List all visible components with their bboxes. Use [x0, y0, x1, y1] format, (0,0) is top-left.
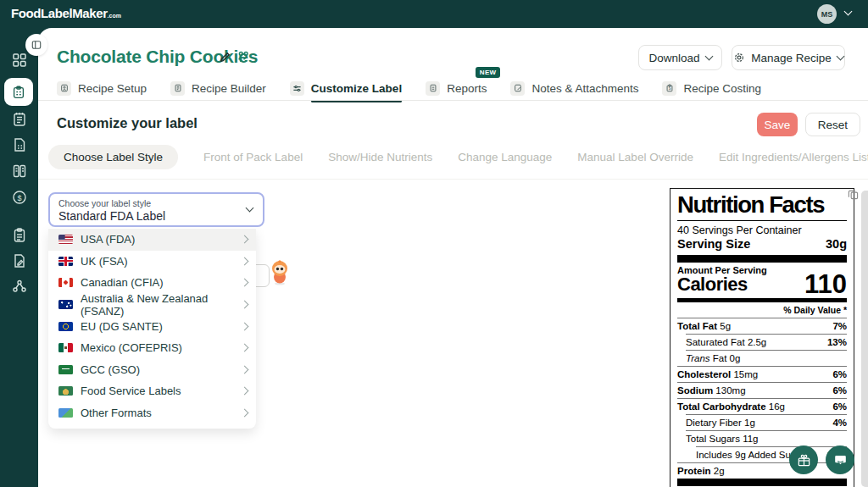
label-style-menu: USA (FDA)UK (FSA)Canadian (CFIA)Australi…: [48, 228, 256, 429]
tab-label: Recipe Builder: [192, 82, 266, 95]
tab-reports[interactable]: Reports NEW: [426, 75, 487, 101]
subtab-choose-label-style[interactable]: Choose Label Style: [48, 145, 178, 169]
clipboard-recipe-icon: [11, 85, 26, 100]
clipboard-list-icon[interactable]: [11, 227, 28, 244]
chevron-right-icon: [241, 344, 249, 352]
option-label: Other Formats: [81, 407, 242, 419]
divider-bar: [677, 479, 847, 486]
main-content: Chocolate Chip Cookies Download Manage R…: [38, 28, 868, 487]
option-label: Canadian (CFIA): [81, 276, 242, 289]
document-edit-icon[interactable]: [11, 252, 28, 269]
tab-recipe-costing[interactable]: $ Recipe Costing: [662, 75, 761, 101]
tab-customize-label[interactable]: Customize Label: [290, 75, 402, 101]
tab-notes-attachments[interactable]: Notes & Attachments: [510, 75, 638, 101]
copy-label-icon[interactable]: [848, 189, 859, 200]
label-style-option-uk-fsa[interactable]: UK (FSA): [48, 251, 256, 273]
calories-row: Calories 110: [677, 274, 847, 298]
chat-button[interactable]: [826, 445, 854, 474]
integrations-nodes-icon[interactable]: [11, 279, 28, 296]
nutrition-row: Cholesterol 15mg6%: [677, 366, 847, 382]
servings-per-container: 40 Servings Per Container: [677, 224, 847, 236]
library-icon[interactable]: [11, 163, 28, 180]
subtab-show-hide-nutrients[interactable]: Show/Hide Nutrients: [328, 151, 432, 163]
nutrition-row: Protein 2g: [677, 462, 847, 479]
label-style-option-mexico-cofepris[interactable]: Mexico (COFEPRIS): [48, 337, 256, 359]
chevron-right-icon: [241, 235, 249, 244]
label-style-option-eu-dg-sante[interactable]: EU (DG SANTE): [48, 315, 256, 337]
svg-text:$: $: [17, 194, 21, 202]
usa-flag-icon: [58, 235, 73, 244]
label-style-select[interactable]: Choose your label style Standard FDA Lab…: [48, 192, 264, 227]
reset-button[interactable]: Reset: [805, 113, 860, 136]
nutrition-rows: Total Fat 5g7%Saturated Fat 2.5g13%Trans…: [677, 318, 847, 479]
option-label: Food Service Labels: [81, 385, 242, 397]
option-label: USA (FDA): [81, 233, 242, 246]
tab-recipe-builder[interactable]: Recipe Builder: [170, 75, 266, 101]
chevron-right-icon: [241, 387, 249, 396]
sidebar-collapse-button[interactable]: [25, 34, 47, 56]
dollar-icon[interactable]: $: [11, 189, 28, 206]
manage-recipe-label: Manage Recipe: [751, 52, 832, 64]
sidebar-item-recipes-active[interactable]: [4, 78, 33, 106]
top-bar: FoodLabelMaker.com MS: [0, 0, 868, 28]
brand-logo[interactable]: FoodLabelMaker.com: [11, 6, 121, 20]
gcc-flag-icon: [58, 365, 73, 374]
tab-label: Reports: [447, 82, 487, 95]
label-style-option-gcc-gso[interactable]: GCC (GSO): [48, 359, 256, 381]
divider-bar: [677, 255, 847, 263]
subtabs-divider: [38, 179, 868, 180]
customize-subtabs: Choose Label Style Front of Pack Label S…: [48, 144, 868, 169]
section-heading: Customize your label: [57, 115, 198, 131]
chat-icon: [833, 453, 848, 468]
other-flag-icon: [58, 408, 73, 418]
save-button[interactable]: Save: [757, 113, 798, 136]
subtab-change-language[interactable]: Change Language: [458, 151, 552, 163]
tab-label: Notes & Attachments: [531, 82, 638, 95]
dashboard-grid-icon[interactable]: [11, 52, 28, 69]
label-style-option-australia-nz-fsanz[interactable]: Australia & New Zealanad (FSANZ): [48, 294, 256, 316]
serving-size-label: Serving Size: [677, 237, 750, 251]
edit-title-pencil-icon[interactable]: [219, 51, 231, 64]
option-label: EU (DG SANTE): [81, 320, 242, 333]
download-button[interactable]: Download: [638, 45, 722, 70]
tabs-divider: [38, 100, 868, 101]
nutrition-row: Sodium 130mg6%: [677, 382, 847, 398]
nutrition-row: Includes 9g Added Sugars18%: [696, 446, 847, 462]
reports-icon: [426, 81, 440, 96]
label-style-option-other-formats[interactable]: Other Formats: [48, 402, 256, 424]
recipe-setup-icon: [57, 81, 71, 96]
manage-recipe-button[interactable]: Manage Recipe: [732, 45, 845, 70]
subtab-edit-ingredients[interactable]: Edit Ingredients/Allergens List: [719, 151, 868, 163]
reset-label: Reset: [818, 119, 848, 131]
avatar[interactable]: MS: [817, 4, 837, 24]
share-users-icon[interactable]: [236, 49, 251, 64]
manage-chevron-down-icon: [836, 53, 844, 61]
recipe-costing-icon: $: [662, 81, 676, 96]
chevron-right-icon: [241, 322, 249, 330]
nutrition-row: Saturated Fat 2.5g13%: [686, 334, 847, 350]
subtab-front-of-pack[interactable]: Front of Pack Label: [203, 151, 303, 163]
account-chevron-down-icon[interactable]: [844, 8, 853, 16]
rewards-button[interactable]: [789, 445, 818, 474]
label-style-option-usa-fda[interactable]: USA (FDA): [48, 229, 256, 251]
daily-value-header: % Daily Value *: [677, 302, 847, 318]
label-style-option-food-service-labels[interactable]: Food Service Labels: [48, 380, 256, 402]
chevron-right-icon: [241, 279, 249, 287]
subtab-manual-override[interactable]: Manual Label Override: [577, 151, 693, 163]
nutrition-facts-panel: Nutrition Facts 40 Servings Per Containe…: [670, 188, 854, 487]
label-style-option-canadian-cfia[interactable]: Canadian (CFIA): [48, 272, 256, 294]
tab-label: Recipe Setup: [78, 82, 147, 95]
tab-recipe-setup[interactable]: Recipe Setup: [57, 75, 147, 101]
nutrition-title: Nutrition Facts: [677, 193, 847, 221]
mexico-flag-icon: [58, 343, 73, 352]
chevron-right-icon: [241, 409, 249, 418]
recipe-tabs: Recipe Setup Recipe Builder Customize La…: [57, 75, 761, 101]
notepad-icon[interactable]: [11, 111, 28, 128]
sidebar-collapse-icon: [31, 40, 42, 50]
document-icon[interactable]: [11, 136, 28, 153]
eu-flag-icon: [58, 322, 73, 331]
nutrition-row: Total Fat 5g7%: [677, 318, 847, 334]
chevron-right-icon: [241, 301, 249, 309]
assistant-mascot-icon[interactable]: [269, 260, 291, 285]
sidebar-nav: $: [0, 28, 38, 487]
